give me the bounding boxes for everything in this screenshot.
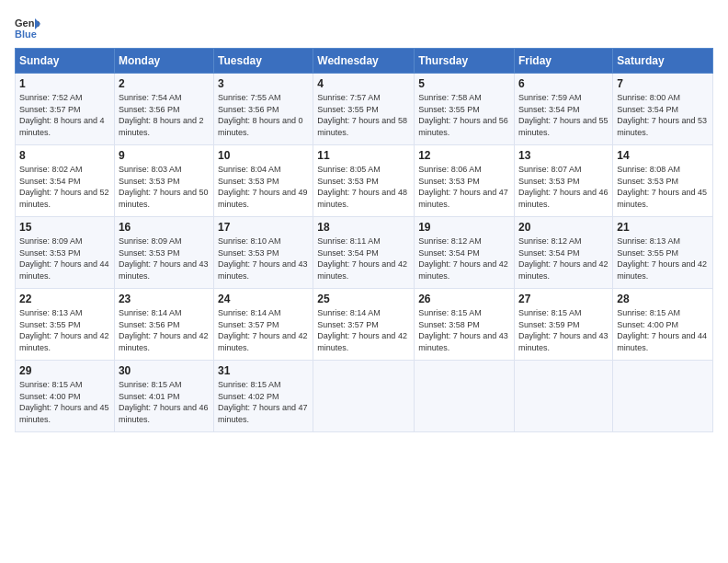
day-info: Sunrise: 8:15 AMSunset: 3:58 PMDaylight:… [418, 307, 510, 353]
day-number: 6 [518, 77, 609, 90]
day-info: Sunrise: 8:15 AMSunset: 4:00 PMDaylight:… [19, 379, 110, 425]
day-info: Sunrise: 8:15 AMSunset: 4:02 PMDaylight:… [218, 379, 309, 425]
calendar-day-15: 15Sunrise: 8:09 AMSunset: 3:53 PMDayligh… [16, 217, 115, 289]
calendar-day-14: 14Sunrise: 8:08 AMSunset: 3:53 PMDayligh… [613, 145, 713, 217]
weekday-header-friday: Friday [515, 49, 613, 74]
empty-cell [415, 361, 515, 432]
day-info: Sunrise: 8:13 AMSunset: 3:55 PMDaylight:… [617, 236, 709, 282]
day-number: 1 [19, 77, 110, 90]
day-info: Sunrise: 8:12 AMSunset: 3:54 PMDaylight:… [518, 236, 609, 282]
weekday-header-saturday: Saturday [613, 49, 713, 74]
day-number: 27 [518, 293, 609, 305]
calendar-day-29: 29Sunrise: 8:15 AMSunset: 4:00 PMDayligh… [16, 361, 115, 432]
calendar-day-21: 21Sunrise: 8:13 AMSunset: 3:55 PMDayligh… [613, 217, 713, 289]
day-number: 19 [418, 221, 510, 234]
day-info: Sunrise: 7:58 AMSunset: 3:55 PMDaylight:… [418, 92, 510, 138]
logo-icon: General Blue [15, 15, 40, 40]
day-number: 8 [19, 149, 110, 162]
day-info: Sunrise: 8:03 AMSunset: 3:53 PMDaylight:… [119, 164, 210, 210]
day-info: Sunrise: 8:15 AMSunset: 3:59 PMDaylight:… [518, 307, 609, 353]
calendar-week-1: 1Sunrise: 7:52 AMSunset: 3:57 PMDaylight… [16, 74, 713, 145]
day-info: Sunrise: 8:15 AMSunset: 4:01 PMDaylight:… [119, 379, 210, 425]
calendar-week-5: 29Sunrise: 8:15 AMSunset: 4:00 PMDayligh… [16, 361, 713, 432]
day-number: 25 [317, 293, 410, 305]
weekday-header-monday: Monday [114, 49, 213, 74]
day-number: 31 [218, 364, 309, 377]
day-info: Sunrise: 8:11 AMSunset: 3:54 PMDaylight:… [317, 236, 410, 282]
calendar-day-31: 31Sunrise: 8:15 AMSunset: 4:02 PMDayligh… [214, 361, 313, 432]
calendar-day-30: 30Sunrise: 8:15 AMSunset: 4:01 PMDayligh… [114, 361, 213, 432]
calendar-day-26: 26Sunrise: 8:15 AMSunset: 3:58 PMDayligh… [415, 289, 515, 361]
day-info: Sunrise: 8:06 AMSunset: 3:53 PMDaylight:… [418, 164, 510, 210]
day-info: Sunrise: 8:15 AMSunset: 4:00 PMDaylight:… [617, 307, 709, 353]
header: General Blue [15, 15, 713, 40]
day-info: Sunrise: 7:55 AMSunset: 3:56 PMDaylight:… [218, 92, 309, 138]
day-info: Sunrise: 8:14 AMSunset: 3:56 PMDaylight:… [119, 307, 210, 353]
calendar-day-6: 6Sunrise: 7:59 AMSunset: 3:54 PMDaylight… [515, 74, 613, 145]
day-number: 12 [418, 149, 510, 162]
day-number: 10 [218, 149, 309, 162]
calendar-day-24: 24Sunrise: 8:14 AMSunset: 3:57 PMDayligh… [214, 289, 313, 361]
empty-cell [515, 361, 613, 432]
day-number: 20 [518, 221, 609, 234]
calendar-day-8: 8Sunrise: 8:02 AMSunset: 3:54 PMDaylight… [16, 145, 115, 217]
day-info: Sunrise: 8:12 AMSunset: 3:54 PMDaylight:… [418, 236, 510, 282]
day-info: Sunrise: 8:14 AMSunset: 3:57 PMDaylight:… [317, 307, 410, 353]
calendar-day-27: 27Sunrise: 8:15 AMSunset: 3:59 PMDayligh… [515, 289, 613, 361]
calendar-day-23: 23Sunrise: 8:14 AMSunset: 3:56 PMDayligh… [114, 289, 213, 361]
day-info: Sunrise: 7:52 AMSunset: 3:57 PMDaylight:… [19, 92, 110, 138]
day-info: Sunrise: 7:57 AMSunset: 3:55 PMDaylight:… [317, 92, 410, 138]
day-info: Sunrise: 8:09 AMSunset: 3:53 PMDaylight:… [119, 236, 210, 282]
day-info: Sunrise: 8:08 AMSunset: 3:53 PMDaylight:… [617, 164, 709, 210]
day-info: Sunrise: 8:07 AMSunset: 3:53 PMDaylight:… [518, 164, 609, 210]
calendar-week-3: 15Sunrise: 8:09 AMSunset: 3:53 PMDayligh… [16, 217, 713, 289]
day-info: Sunrise: 8:14 AMSunset: 3:57 PMDaylight:… [218, 307, 309, 353]
calendar-day-4: 4Sunrise: 7:57 AMSunset: 3:55 PMDaylight… [313, 74, 415, 145]
calendar-day-20: 20Sunrise: 8:12 AMSunset: 3:54 PMDayligh… [515, 217, 613, 289]
day-number: 9 [119, 149, 210, 162]
day-number: 13 [518, 149, 609, 162]
day-number: 22 [19, 293, 110, 305]
calendar-week-4: 22Sunrise: 8:13 AMSunset: 3:55 PMDayligh… [16, 289, 713, 361]
day-number: 3 [218, 77, 309, 90]
day-number: 5 [418, 77, 510, 90]
day-number: 15 [19, 221, 110, 234]
calendar-day-12: 12Sunrise: 8:06 AMSunset: 3:53 PMDayligh… [415, 145, 515, 217]
day-number: 24 [218, 293, 309, 305]
calendar-day-7: 7Sunrise: 8:00 AMSunset: 3:54 PMDaylight… [613, 74, 713, 145]
day-info: Sunrise: 7:54 AMSunset: 3:56 PMDaylight:… [119, 92, 210, 138]
day-number: 30 [119, 364, 210, 377]
calendar-day-19: 19Sunrise: 8:12 AMSunset: 3:54 PMDayligh… [415, 217, 515, 289]
day-info: Sunrise: 8:10 AMSunset: 3:53 PMDaylight:… [218, 236, 309, 282]
page-container: General Blue SundayMondayTuesdayWednesda… [0, 0, 728, 440]
day-number: 18 [317, 221, 410, 234]
weekday-header-row: SundayMondayTuesdayWednesdayThursdayFrid… [16, 49, 713, 74]
day-number: 21 [617, 221, 709, 234]
calendar-table: SundayMondayTuesdayWednesdayThursdayFrid… [15, 48, 713, 432]
weekday-header-sunday: Sunday [16, 49, 115, 74]
day-number: 23 [119, 293, 210, 305]
day-number: 4 [317, 77, 410, 90]
calendar-day-2: 2Sunrise: 7:54 AMSunset: 3:56 PMDaylight… [114, 74, 213, 145]
calendar-day-16: 16Sunrise: 8:09 AMSunset: 3:53 PMDayligh… [114, 217, 213, 289]
day-info: Sunrise: 8:05 AMSunset: 3:53 PMDaylight:… [317, 164, 410, 210]
day-number: 11 [317, 149, 410, 162]
empty-cell [313, 361, 415, 432]
weekday-header-wednesday: Wednesday [313, 49, 415, 74]
calendar-day-5: 5Sunrise: 7:58 AMSunset: 3:55 PMDaylight… [415, 74, 515, 145]
day-number: 14 [617, 149, 709, 162]
calendar-day-10: 10Sunrise: 8:04 AMSunset: 3:53 PMDayligh… [214, 145, 313, 217]
logo: General Blue [15, 15, 44, 40]
calendar-week-2: 8Sunrise: 8:02 AMSunset: 3:54 PMDaylight… [16, 145, 713, 217]
calendar-day-18: 18Sunrise: 8:11 AMSunset: 3:54 PMDayligh… [313, 217, 415, 289]
calendar-day-1: 1Sunrise: 7:52 AMSunset: 3:57 PMDaylight… [16, 74, 115, 145]
day-info: Sunrise: 8:13 AMSunset: 3:55 PMDaylight:… [19, 307, 110, 353]
weekday-header-thursday: Thursday [415, 49, 515, 74]
calendar-day-25: 25Sunrise: 8:14 AMSunset: 3:57 PMDayligh… [313, 289, 415, 361]
day-number: 26 [418, 293, 510, 305]
calendar-day-3: 3Sunrise: 7:55 AMSunset: 3:56 PMDaylight… [214, 74, 313, 145]
day-info: Sunrise: 8:09 AMSunset: 3:53 PMDaylight:… [19, 236, 110, 282]
calendar-day-13: 13Sunrise: 8:07 AMSunset: 3:53 PMDayligh… [515, 145, 613, 217]
day-number: 7 [617, 77, 709, 90]
calendar-day-17: 17Sunrise: 8:10 AMSunset: 3:53 PMDayligh… [214, 217, 313, 289]
